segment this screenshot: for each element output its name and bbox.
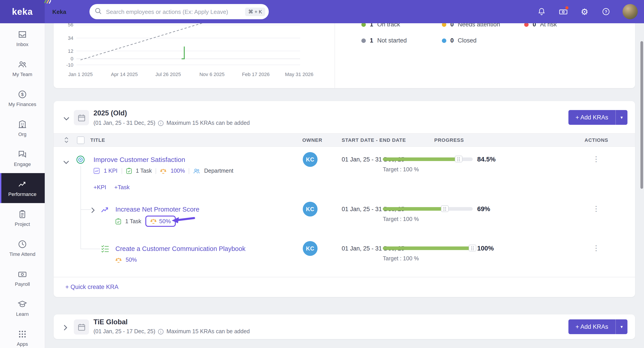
not-started-dot-icon	[361, 38, 366, 43]
progress-drag-handle[interactable]	[469, 245, 476, 252]
quick-create-kra-link[interactable]: + Quick create KRA	[65, 284, 118, 290]
kra-table-header: TITLE OWNER START DATE - END DATE PROGRE…	[54, 133, 635, 147]
table-row-kra: Improve Customer Satisfaction 1 KPI 1 Ta…	[54, 148, 635, 198]
sidebar-item-my-finances[interactable]: $ My Finances	[0, 83, 45, 113]
kpi-expand-chevron-icon[interactable]	[91, 207, 95, 215]
col-header-title: TITLE	[90, 137, 105, 143]
sidebar-item-project[interactable]: Project	[0, 203, 45, 233]
top-navbar: keka Keka ⌘ + K ⚙ ?	[0, 0, 644, 23]
sidebar-item-org[interactable]: Org	[0, 113, 45, 143]
calendar-icon	[74, 319, 89, 334]
goal-section-card: 2025 (Old) (01 Jan, 25 - 31 Dec, 25) Max…	[54, 101, 635, 297]
owner-avatar[interactable]: KC	[303, 241, 318, 256]
app-window: 56 34 12 0 -10 Jan 1 2025 Apr 14 2025 Ju…	[0, 0, 644, 348]
org-icon	[18, 120, 27, 129]
sidebar-item-learn[interactable]: Learn	[0, 293, 45, 323]
weight-icon	[150, 218, 156, 224]
tie-section-subtitle: (01 Jan, 25 - 17 Dec, 25) Maximum 15 KRA…	[94, 328, 250, 334]
search-input[interactable]	[105, 8, 245, 16]
kpi-title-link[interactable]: Increase Net Promoter Score	[116, 206, 200, 213]
owner-avatar[interactable]: KC	[303, 152, 318, 167]
task-count-icon	[116, 218, 121, 224]
sidebar-item-time-attend[interactable]: Time Attend	[0, 233, 45, 263]
select-all-checkbox[interactable]	[77, 136, 84, 144]
progress-percent: 69%	[477, 205, 490, 212]
page-scrollbar-thumb[interactable]	[640, 41, 643, 189]
kra-meta-row: 1 KPI 1 Task 100% Department	[94, 168, 234, 174]
svg-text:0: 0	[71, 56, 73, 62]
settings-gear-icon[interactable]: ⚙	[580, 7, 590, 16]
row-menu-icon[interactable]: ⋮	[592, 204, 600, 213]
global-search[interactable]: ⌘ + K	[90, 4, 269, 19]
goal-section-title: 2025 (Old)	[94, 109, 127, 117]
rewards-icon[interactable]	[558, 7, 568, 16]
logo-slashes-icon	[44, 0, 51, 4]
add-kras-caret-icon[interactable]: ▾	[616, 319, 628, 334]
add-kras-button[interactable]: + Add KRAs ▾	[568, 319, 628, 334]
row-menu-icon[interactable]: ⋮	[592, 155, 600, 163]
tie-section-title: TiE Global	[94, 318, 128, 326]
svg-text:-10: -10	[66, 62, 73, 68]
kpi-count-icon	[94, 168, 100, 174]
kra-progress-cell: 84.5% Target : 100 %	[383, 156, 496, 173]
progress-bar	[383, 207, 473, 211]
sidebar-item-my-team[interactable]: My Team	[0, 53, 45, 83]
section-expand-chevron-icon[interactable]	[64, 324, 68, 332]
add-kpi-link[interactable]: +KPI	[94, 184, 106, 190]
kra-expand-chevron-icon[interactable]	[64, 158, 69, 166]
col-header-owner: OWNER	[302, 137, 322, 143]
goal-summary-card: 56 34 12 0 -10 Jan 1 2025 Apr 14 2025 Ju…	[54, 14, 635, 88]
progress-drag-handle[interactable]	[455, 156, 462, 162]
goal-progress-chart: 56 34 12 0 -10 Jan 1 2025 Apr 14 2025 Ju…	[54, 14, 334, 83]
info-icon	[158, 120, 164, 126]
kpi-progress-cell: 69% Target : 100 %	[383, 205, 490, 222]
sidebar-nav: Inbox My Team $ My Finances Org Engage P…	[0, 23, 45, 348]
kra-title-link[interactable]: Improve Customer Satisfaction	[94, 156, 185, 163]
add-task-link[interactable]: +Task	[114, 184, 130, 190]
task-progress-cell: 100% Target : 100 %	[383, 245, 494, 262]
info-icon	[158, 328, 164, 334]
row-menu-icon[interactable]: ⋮	[592, 244, 600, 252]
kpi-chart-icon	[101, 205, 109, 215]
actual-progress-line	[182, 46, 184, 59]
kpi-meta-row: 1 Task 50%	[116, 216, 176, 227]
closed-dot-icon	[442, 38, 446, 43]
task-meta-row: 50%	[116, 257, 137, 263]
add-kras-caret-icon[interactable]: ▾	[616, 110, 628, 125]
sidebar-item-inbox[interactable]: Inbox	[0, 23, 45, 53]
sidebar-item-performance[interactable]: Performance	[0, 173, 45, 203]
learn-icon	[18, 299, 27, 309]
apps-grid-icon	[18, 329, 27, 339]
goal-section-subtitle: (01 Jan, 25 - 31 Dec, 25) Maximum 15 KRA…	[94, 120, 250, 126]
collapse-all-icon[interactable]	[64, 137, 69, 145]
task-title-link[interactable]: Create a Customer Communication Playbook	[116, 245, 246, 252]
progress-percent: 84.5%	[477, 156, 496, 163]
search-icon	[95, 8, 102, 16]
sidebar-item-engage[interactable]: Engage	[0, 143, 45, 173]
tie-global-section-card: TiE Global (01 Jan, 25 - 17 Dec, 25) Max…	[54, 314, 635, 339]
search-shortcut-badge: ⌘ + K	[245, 8, 265, 16]
col-header-dates: START DATE - END DATE	[342, 137, 406, 143]
main-content: 56 34 12 0 -10 Jan 1 2025 Apr 14 2025 Ju…	[45, 0, 644, 348]
progress-target: Target : 100 %	[383, 256, 494, 262]
owner-avatar[interactable]: KC	[303, 202, 318, 216]
project-icon	[18, 209, 27, 219]
svg-text:Jan 1 2025: Jan 1 2025	[68, 72, 93, 77]
col-header-progress: PROGRESS	[434, 137, 464, 143]
svg-text:Apr 14 2025: Apr 14 2025	[111, 72, 138, 77]
progress-drag-handle[interactable]	[441, 205, 448, 212]
notification-dot	[565, 6, 569, 10]
card-footer-divider	[54, 277, 635, 277]
sidebar-item-payroll[interactable]: Payroll	[0, 263, 45, 293]
add-kras-button[interactable]: + Add KRAs ▾	[568, 110, 628, 125]
progress-bar	[383, 158, 473, 161]
keka-logo[interactable]: keka	[0, 0, 45, 23]
section-collapse-chevron-icon[interactable]	[64, 114, 69, 122]
sidebar-item-apps[interactable]: Apps	[0, 323, 45, 348]
department-icon	[194, 168, 200, 174]
user-avatar[interactable]	[622, 4, 638, 19]
clock-icon	[18, 239, 27, 249]
notifications-bell-icon[interactable]	[537, 7, 546, 16]
help-icon[interactable]: ?	[601, 7, 611, 16]
goal-target-icon	[76, 155, 85, 166]
